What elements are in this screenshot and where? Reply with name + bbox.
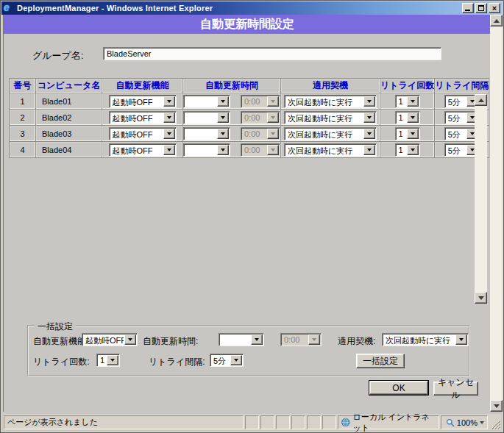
dropdown-arrow-icon[interactable] xyxy=(407,145,419,155)
update-func-select[interactable]: 起動時OFF xyxy=(109,143,177,157)
dropdown-arrow-icon[interactable] xyxy=(230,355,242,365)
update-func-select[interactable]: 起動時OFF xyxy=(109,127,177,140)
update-func-select[interactable]: 起動時OFF xyxy=(109,111,177,124)
col-header-update-time: 自動更新時間 xyxy=(183,79,281,93)
cell-no: 3 xyxy=(10,126,36,142)
ok-button-default-ring: OK xyxy=(369,380,429,396)
security-zone-label: ローカル イントラネット xyxy=(353,412,436,433)
dropdown-arrow-icon[interactable] xyxy=(217,129,229,139)
dropdown-arrow-icon xyxy=(267,112,279,123)
dropdown-arrow-icon[interactable] xyxy=(124,334,136,345)
dropdown-arrow-icon[interactable] xyxy=(217,96,229,107)
status-panel xyxy=(260,415,274,429)
retry-count-select[interactable]: 1 xyxy=(395,127,420,140)
status-bar: ページが表示されました ローカル イントラネット 100% xyxy=(3,414,501,430)
dropdown-arrow-icon[interactable] xyxy=(363,145,375,155)
dropdown-arrow-icon[interactable] xyxy=(107,355,118,365)
scroll-up-button[interactable] xyxy=(490,15,503,26)
dropdown-arrow-icon[interactable] xyxy=(163,145,175,155)
update-time-select[interactable] xyxy=(183,111,230,124)
cancel-button[interactable]: キャンセル xyxy=(433,382,478,396)
update-time-select[interactable] xyxy=(183,127,230,140)
retry-count-select[interactable]: 1 xyxy=(395,111,420,124)
page-title: 自動更新時間設定 xyxy=(4,15,491,34)
batch-update-time-minute-select: 0:00 xyxy=(280,333,322,346)
zoom-control[interactable]: 100% xyxy=(441,415,488,429)
batch-settings-groupbox: 一括設定 自動更新機能: 起動時OFF 自動更新時間: 0:00 適用契機: 次… xyxy=(27,325,470,376)
col-header-retry-interval: リトライ間隔 xyxy=(435,79,489,93)
status-message: ページが表示されました xyxy=(4,415,244,429)
dropdown-arrow-icon xyxy=(267,145,279,155)
chevron-down-icon[interactable] xyxy=(480,421,484,426)
dropdown-arrow-icon[interactable] xyxy=(455,334,467,345)
update-func-select[interactable]: 起動時OFF xyxy=(109,95,177,108)
trigger-select[interactable]: 次回起動時に実行 xyxy=(284,127,377,140)
dropdown-arrow-icon[interactable] xyxy=(407,112,419,123)
close-icon: × xyxy=(489,4,500,12)
trigger-select[interactable]: 次回起動時に実行 xyxy=(284,143,377,157)
batch-retry-interval-select[interactable]: 5分 xyxy=(210,354,244,367)
col-header-trigger: 適用契機 xyxy=(281,79,380,93)
retry-count-select[interactable]: 1 xyxy=(395,95,420,108)
batch-apply-button[interactable]: 一括設定 xyxy=(356,354,405,368)
dropdown-arrow-icon[interactable] xyxy=(163,129,175,139)
table-row: 2 Blade02 起動時OFF 0:00 次回起動時に実行 1 5分 xyxy=(10,110,489,126)
down-arrow-icon xyxy=(478,296,484,303)
dropdown-arrow-icon[interactable] xyxy=(217,145,229,155)
batch-update-time-select[interactable] xyxy=(219,333,264,346)
magnifier-icon xyxy=(446,418,455,427)
status-panel xyxy=(322,415,336,429)
dropdown-arrow-icon[interactable] xyxy=(163,96,175,107)
dropdown-arrow-icon[interactable] xyxy=(407,129,419,139)
resize-grip[interactable] xyxy=(489,418,500,429)
dropdown-arrow-icon xyxy=(267,129,279,139)
cell-no: 1 xyxy=(10,93,36,110)
status-panel xyxy=(276,415,290,429)
dropdown-arrow-icon[interactable] xyxy=(217,112,229,123)
dropdown-arrow-icon[interactable] xyxy=(407,96,419,107)
ok-button[interactable]: OK xyxy=(369,381,428,395)
retry-count-select[interactable]: 1 xyxy=(395,143,420,157)
dropdown-arrow-icon[interactable] xyxy=(363,112,375,123)
table-header-row: 番号 コンピュータ名 自動更新機能 自動更新時間 適用契機 リトライ回数 リトラ… xyxy=(10,79,489,93)
scroll-up-button[interactable] xyxy=(475,94,487,106)
table-row: 3 Blade03 起動時OFF 0:00 次回起動時に実行 1 5分 xyxy=(10,126,489,142)
close-button[interactable]: × xyxy=(489,3,500,13)
batch-update-time-label: 自動更新時間: xyxy=(143,335,198,348)
dropdown-arrow-icon[interactable] xyxy=(363,96,375,107)
batch-trigger-select[interactable]: 次回起動時に実行 xyxy=(382,333,469,346)
down-arrow-icon xyxy=(494,404,500,411)
batch-retry-count-select[interactable]: 1 xyxy=(96,354,120,367)
update-time-minute-select: 0:00 xyxy=(241,127,280,140)
table-scrollbar[interactable] xyxy=(475,94,487,304)
dropdown-arrow-icon[interactable] xyxy=(251,334,263,345)
trigger-select[interactable]: 次回起動時に実行 xyxy=(284,111,377,124)
zoom-level: 100% xyxy=(457,418,478,427)
update-time-minute-select: 0:00 xyxy=(241,143,280,157)
page-scrollbar[interactable] xyxy=(490,15,503,412)
dropdown-arrow-icon[interactable] xyxy=(363,129,375,139)
cell-computer-name: Blade02 xyxy=(36,110,102,126)
status-panel xyxy=(245,415,259,429)
minimize-button[interactable] xyxy=(462,3,474,13)
scroll-down-button[interactable] xyxy=(475,292,487,304)
trigger-select[interactable]: 次回起動時に実行 xyxy=(284,95,377,108)
ie-logo-icon: e xyxy=(4,3,14,13)
dropdown-arrow-icon[interactable] xyxy=(163,112,175,123)
col-header-retry-count: リトライ回数 xyxy=(380,79,435,93)
scroll-down-button[interactable] xyxy=(490,400,503,412)
update-time-select[interactable] xyxy=(183,143,230,157)
group-name-input[interactable]: BladeServer xyxy=(103,47,441,60)
status-panel xyxy=(307,415,321,429)
update-time-minute-select: 0:00 xyxy=(241,95,280,108)
batch-settings-legend: 一括設定 xyxy=(35,321,76,333)
update-time-select[interactable] xyxy=(183,95,230,108)
title-bar: e DeploymentManager - Windows Internet E… xyxy=(1,1,503,15)
maximize-button[interactable] xyxy=(475,3,487,13)
computers-table: 番号 コンピュータ名 自動更新機能 自動更新時間 適用契機 リトライ回数 リトラ… xyxy=(9,78,489,158)
batch-trigger-label: 適用契機: xyxy=(338,335,375,348)
batch-update-func-select[interactable]: 起動時OFF xyxy=(82,333,138,346)
resize-grip-icon xyxy=(489,418,500,429)
col-header-no: 番号 xyxy=(10,79,36,93)
up-arrow-icon xyxy=(494,16,500,23)
